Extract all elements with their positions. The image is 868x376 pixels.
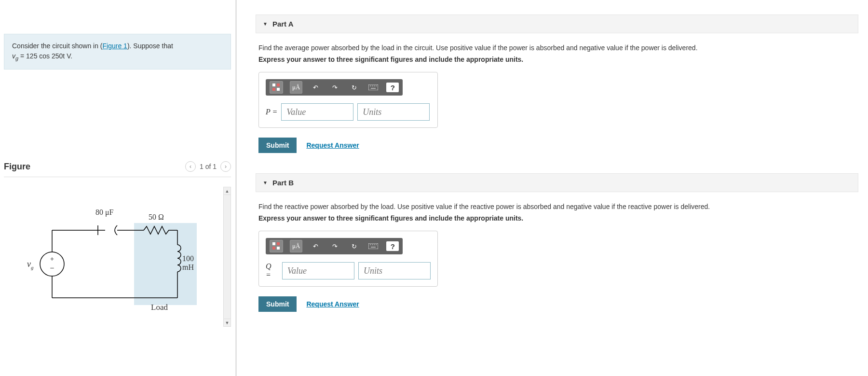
template-icon[interactable]	[270, 81, 283, 94]
reset-icon[interactable]: ↻	[348, 81, 360, 94]
figure-nav-label: 1 of 1	[200, 163, 217, 170]
part-b: Part B Find the reactive power absorbed …	[256, 173, 858, 318]
figure-nav: ‹ 1 of 1 ›	[185, 161, 231, 172]
template-icon[interactable]	[270, 240, 283, 252]
part-b-submit-button[interactable]: Submit	[258, 296, 297, 312]
problem-statement: Consider the circuit shown in (Figure 1)…	[4, 34, 231, 70]
problem-text-mid: ). Suppose that	[127, 42, 173, 50]
part-b-body: Find the reactive power absorbed by the …	[256, 192, 858, 318]
svg-rect-15	[272, 88, 275, 91]
source-label: vg	[27, 259, 34, 270]
svg-rect-13	[272, 84, 275, 86]
keyboard-icon[interactable]	[367, 240, 380, 252]
part-a-units-input[interactable]	[357, 103, 430, 121]
figure-scrollbar[interactable]: ▲ ▼	[223, 187, 231, 327]
part-a-toolbar: μÅ ↶ ↷ ↻ ?	[266, 79, 403, 96]
redo-icon[interactable]: ↷	[328, 240, 341, 252]
load-label: Load	[151, 303, 168, 312]
figure-title: Figure	[4, 162, 30, 172]
svg-rect-26	[277, 247, 280, 250]
part-b-prompt: Find the reactive power absorbed by the …	[258, 203, 855, 210]
part-b-symbol: Q =	[266, 262, 278, 279]
svg-rect-24	[277, 242, 280, 245]
figure-next-button[interactable]: ›	[220, 161, 231, 172]
scroll-up-button[interactable]: ▲	[224, 187, 231, 195]
part-a-symbol: P =	[266, 108, 277, 116]
svg-rect-27	[368, 243, 378, 249]
part-a-submit-row: Submit Request Answer	[258, 138, 855, 153]
part-b-instruction: Express your answer to three significant…	[258, 214, 855, 222]
circuit-svg: + −	[23, 206, 206, 322]
part-b-input-row: Q =	[266, 262, 431, 279]
problem-text-prefix: Consider the circuit shown in (	[12, 42, 103, 50]
svg-rect-23	[272, 242, 275, 245]
part-a-input-row: P =	[266, 103, 431, 121]
part-a: Part A Find the average power absorbed b…	[256, 14, 858, 159]
part-a-value-input[interactable]	[281, 103, 353, 121]
svg-rect-17	[368, 84, 378, 90]
units-icon[interactable]: μÅ	[290, 240, 302, 252]
figure-body: + − 80 μF 50 Ω 100 mH vg Load ▲ ▼	[4, 187, 231, 327]
part-b-title: Part B	[272, 179, 294, 187]
part-b-answer-box: μÅ ↶ ↷ ↻ ? Q =	[258, 231, 438, 287]
part-b-submit-row: Submit Request Answer	[258, 296, 855, 312]
svg-rect-25	[272, 247, 275, 250]
part-a-title: Part A	[272, 20, 294, 28]
svg-rect-14	[277, 84, 280, 86]
part-a-instruction: Express your answer to three significant…	[258, 56, 855, 63]
circuit-diagram: + − 80 μF 50 Ω 100 mH vg Load	[23, 206, 206, 322]
part-a-body: Find the average power absorbed by the l…	[256, 33, 858, 159]
part-b-header[interactable]: Part B	[256, 173, 858, 192]
help-icon[interactable]: ?	[386, 241, 399, 251]
svg-text:−: −	[50, 264, 54, 272]
undo-icon[interactable]: ↶	[309, 81, 322, 94]
part-a-header[interactable]: Part A	[256, 14, 858, 33]
part-a-request-answer-link[interactable]: Request Answer	[306, 141, 359, 149]
help-icon[interactable]: ?	[386, 83, 399, 92]
figure-link[interactable]: Figure 1	[103, 42, 127, 50]
part-b-request-answer-link[interactable]: Request Answer	[306, 300, 359, 308]
svg-rect-16	[277, 88, 280, 91]
inductor-label: 100 mH	[182, 254, 206, 272]
resistor-label: 50 Ω	[149, 213, 164, 222]
part-a-prompt: Find the average power absorbed by the l…	[258, 44, 855, 52]
figure-header: Figure ‹ 1 of 1 ›	[4, 161, 231, 177]
part-a-submit-button[interactable]: Submit	[258, 138, 297, 153]
units-icon[interactable]: μÅ	[290, 81, 302, 94]
part-a-answer-box: μÅ ↶ ↷ ↻ ? P =	[258, 72, 438, 128]
redo-icon[interactable]: ↷	[328, 81, 341, 94]
left-panel: Consider the circuit shown in (Figure 1)…	[0, 0, 236, 376]
scroll-down-button[interactable]: ▼	[224, 319, 231, 326]
equation-lhs: v	[12, 52, 15, 60]
right-panel: Part A Find the average power absorbed b…	[236, 0, 868, 376]
part-b-value-input[interactable]	[282, 262, 354, 279]
reset-icon[interactable]: ↻	[348, 240, 360, 252]
capacitor-label: 80 μF	[95, 208, 113, 217]
part-b-units-input[interactable]	[358, 262, 431, 279]
svg-text:+: +	[50, 255, 54, 263]
undo-icon[interactable]: ↶	[309, 240, 322, 252]
equation-rhs: = 125 cos 250t V.	[18, 52, 72, 60]
keyboard-icon[interactable]	[367, 81, 380, 94]
part-b-toolbar: μÅ ↶ ↷ ↻ ?	[266, 238, 403, 254]
figure-prev-button[interactable]: ‹	[185, 161, 196, 172]
